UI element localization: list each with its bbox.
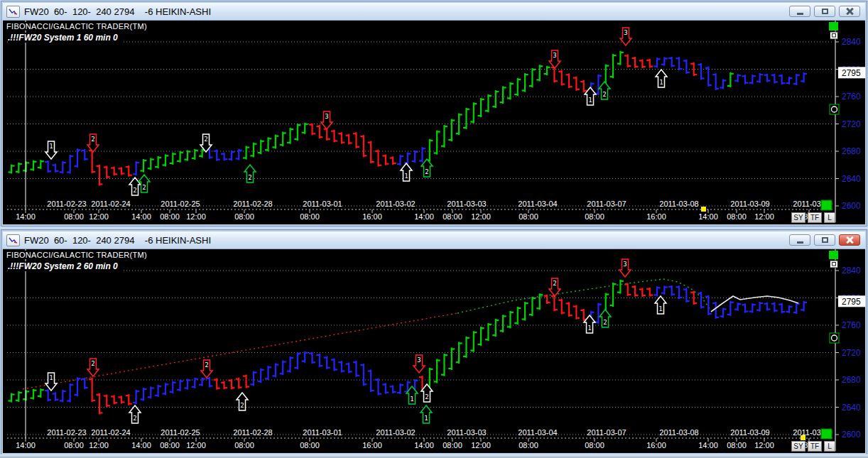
price-chart[interactable]: 122222312312312011-02-232011-02-242011-0… bbox=[3, 21, 865, 224]
ohlc-bar bbox=[45, 160, 51, 173]
svg-text:2011-03-07: 2011-03-07 bbox=[587, 428, 626, 437]
scroll-thumb-indicator[interactable] bbox=[830, 104, 839, 114]
time-axis: 2011-02-232011-02-242011-02-252011-02-28… bbox=[7, 200, 832, 221]
ohlc-bar bbox=[698, 292, 705, 308]
buy-arrow-marker: 2 bbox=[244, 165, 256, 182]
svg-text:14:00: 14:00 bbox=[414, 441, 434, 449]
scroll-top-indicator[interactable] bbox=[829, 22, 838, 31]
axis-position-marker bbox=[801, 435, 805, 440]
restore-button[interactable] bbox=[814, 6, 835, 17]
ohlc-bar bbox=[749, 303, 756, 312]
ohlc-bar bbox=[30, 160, 36, 171]
svg-text:2011-02-24: 2011-02-24 bbox=[91, 428, 130, 437]
svg-text:2: 2 bbox=[204, 136, 207, 143]
ohlc-bar bbox=[265, 137, 271, 151]
ohlc-bar bbox=[734, 74, 741, 82]
svg-text:3: 3 bbox=[417, 356, 421, 364]
scroll-thumb-indicator[interactable] bbox=[830, 333, 839, 343]
svg-text:08:00: 08:00 bbox=[160, 212, 180, 221]
buy-arrow-marker: 1 bbox=[656, 70, 667, 87]
scroll-top-indicator[interactable] bbox=[829, 251, 838, 259]
ohlc-bar bbox=[610, 283, 617, 307]
restore-mini-icon[interactable] bbox=[830, 32, 838, 39]
ohlc-bar bbox=[236, 149, 242, 160]
restore-button[interactable] bbox=[814, 234, 835, 246]
price-chart[interactable]: 122223121212312011-02-232011-02-242011-0… bbox=[3, 249, 865, 453]
current-price-tag: 2795 bbox=[838, 67, 865, 78]
ohlc-bar bbox=[104, 166, 110, 179]
ohlc-bar bbox=[243, 146, 249, 160]
ohlc-bar bbox=[566, 302, 573, 317]
svg-text:2720: 2720 bbox=[842, 348, 861, 358]
close-button[interactable] bbox=[839, 6, 860, 17]
svg-text:14:00: 14:00 bbox=[131, 441, 151, 449]
symbol-button[interactable]: SY bbox=[791, 212, 805, 223]
link-button[interactable]: L bbox=[824, 441, 835, 452]
scroll-bottom-indicator[interactable] bbox=[821, 429, 832, 439]
symbol-button[interactable]: SY bbox=[791, 441, 805, 452]
buy-arrow-marker: 1 bbox=[421, 405, 432, 423]
ohlc-bar bbox=[720, 79, 727, 89]
axis-position-marker bbox=[701, 207, 706, 212]
sell-arrow-marker: 3 bbox=[321, 111, 332, 129]
price-axis: 28402800276027202680264026002795 bbox=[835, 266, 865, 440]
svg-text:2011-03-09: 2011-03-09 bbox=[730, 200, 769, 208]
svg-text:08:00: 08:00 bbox=[160, 441, 180, 449]
ohlc-bar bbox=[801, 301, 807, 311]
ohlc-bar bbox=[38, 160, 44, 169]
svg-text:08:00: 08:00 bbox=[585, 441, 604, 449]
svg-text:2795: 2795 bbox=[842, 297, 861, 307]
indicator-label: FIBONACCI/GALACTIC TRADER(TM) bbox=[6, 251, 150, 259]
timeframe-button[interactable]: TF bbox=[808, 441, 822, 452]
ohlc-bar bbox=[338, 361, 345, 372]
minimize-button[interactable] bbox=[789, 6, 810, 17]
svg-text:08:00: 08:00 bbox=[300, 212, 320, 221]
ohlc-bar bbox=[16, 391, 22, 402]
ohlc-bar bbox=[448, 119, 455, 142]
ohlc-bar bbox=[617, 51, 624, 65]
ohlc-bar bbox=[177, 380, 183, 391]
svg-text:3: 3 bbox=[325, 113, 328, 120]
titlebar[interactable]: FW20 60- 120- 240 2794 -6 HEIKIN-ASHI bbox=[3, 231, 865, 249]
svg-text:1: 1 bbox=[658, 305, 662, 312]
ohlc-bar bbox=[558, 70, 565, 86]
ohlc-bar bbox=[676, 57, 683, 70]
link-button[interactable]: L bbox=[824, 212, 835, 223]
svg-text:2011-03-07: 2011-03-07 bbox=[587, 200, 626, 208]
ohlc-bar bbox=[309, 352, 315, 364]
ohlc-bar bbox=[45, 389, 51, 401]
ohlc-bar bbox=[82, 149, 88, 160]
ohlc-bar bbox=[118, 396, 124, 403]
ohlc-bar bbox=[536, 65, 543, 81]
scroll-bottom-indicator[interactable] bbox=[821, 200, 832, 210]
close-button[interactable] bbox=[839, 234, 860, 246]
ohlc-bar bbox=[470, 102, 477, 123]
ohlc-bar bbox=[397, 155, 403, 165]
svg-text:2640: 2640 bbox=[842, 403, 861, 413]
ohlc-bar bbox=[67, 383, 73, 403]
svg-text:2011-02-28: 2011-02-28 bbox=[233, 200, 272, 208]
signal-markers: 12222231231231 bbox=[45, 28, 667, 195]
restore-mini-icon[interactable] bbox=[830, 261, 838, 268]
svg-text:08:00: 08:00 bbox=[727, 441, 747, 449]
svg-text:2011-03-02: 2011-03-02 bbox=[376, 428, 415, 437]
ohlc-bar bbox=[529, 297, 536, 316]
timeframe-button[interactable]: TF bbox=[808, 212, 822, 223]
ohlc-bar bbox=[639, 59, 646, 68]
svg-text:2011-03-02: 2011-03-02 bbox=[376, 200, 415, 208]
svg-text:2: 2 bbox=[133, 415, 136, 422]
sell-arrow-marker: 3 bbox=[620, 28, 631, 45]
ohlc-bar bbox=[742, 75, 749, 84]
svg-text:2011-03-08: 2011-03-08 bbox=[659, 428, 698, 437]
ohlc-bar bbox=[60, 390, 66, 402]
svg-text:12:00: 12:00 bbox=[89, 441, 109, 449]
ohlc-bar bbox=[184, 378, 190, 389]
svg-text:14:00: 14:00 bbox=[698, 441, 718, 449]
ohlc-bar bbox=[294, 124, 300, 141]
ohlc-bar bbox=[360, 364, 367, 386]
minimize-button[interactable] bbox=[789, 234, 810, 246]
titlebar[interactable]: FW20 60- 120- 240 2794 -6 HEIKIN-ASHI bbox=[3, 3, 865, 21]
ohlc-bar bbox=[801, 72, 807, 82]
ohlc-bar bbox=[272, 135, 278, 149]
ohlc-bar bbox=[155, 385, 161, 397]
